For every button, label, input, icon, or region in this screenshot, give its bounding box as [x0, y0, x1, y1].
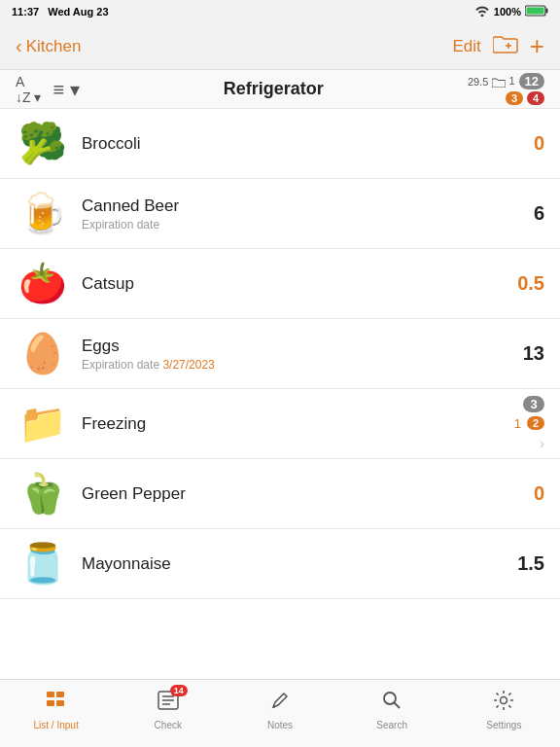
tab-search-label: Search: [376, 720, 407, 730]
item-list: 🥦 Broccoli 0 🍺 Canned Beer Expiration da…: [0, 109, 560, 679]
list-item[interactable]: 📁 Freezing 3 1 2 ›: [0, 389, 560, 459]
svg-rect-8: [56, 700, 64, 706]
nav-bar: ‹ Kitchen Edit +: [0, 23, 560, 70]
main-count-badge: 12: [519, 73, 544, 89]
status-bar: 11:37 Wed Aug 23 100%: [0, 0, 560, 23]
sort-az-icon[interactable]: A↓Z ▾: [16, 74, 41, 105]
red-badge: 4: [527, 91, 544, 105]
list-item-inner: 🫑 Green Pepper 0: [16, 471, 544, 516]
tab-settings-label: Settings: [486, 720, 521, 730]
edit-button[interactable]: Edit: [453, 37, 481, 56]
svg-point-14: [384, 693, 396, 704]
item-right: 0: [515, 482, 544, 505]
item-right: 3 1 2 ›: [514, 396, 544, 452]
item-right: 0: [515, 132, 544, 155]
folder-count-badge: 3: [523, 396, 544, 412]
item-name: Catsup: [82, 274, 515, 294]
svg-rect-7: [47, 700, 54, 706]
list-item[interactable]: 🫑 Green Pepper 0: [0, 459, 560, 529]
list-item-inner: 🍺 Canned Beer Expiration date 6: [16, 191, 544, 236]
tab-list-input-label: List / Input: [34, 720, 79, 730]
wifi-icon: [474, 5, 490, 18]
count-29: 29.5: [468, 76, 488, 88]
back-label: Kitchen: [26, 37, 82, 56]
item-content: Eggs Expiration date 3/27/2023: [70, 337, 515, 372]
list-item[interactable]: 🥦 Broccoli 0: [0, 109, 560, 179]
svg-rect-5: [47, 692, 54, 697]
item-content: Catsup: [70, 274, 515, 294]
page-title: Refrigerator: [80, 79, 468, 99]
item-name: Green Pepper: [82, 484, 515, 504]
svg-line-15: [395, 702, 401, 708]
sort-list-icon[interactable]: ≡ ▾: [52, 78, 79, 101]
item-right: 0.5: [515, 272, 544, 295]
notes-icon: [269, 690, 291, 717]
item-count: 0: [515, 482, 544, 505]
list-item-inner: 🥦 Broccoli 0: [16, 121, 544, 166]
tab-check-label: Check: [155, 720, 182, 730]
add-item-button[interactable]: +: [530, 31, 544, 61]
tab-notes[interactable]: Notes: [241, 690, 319, 730]
item-name: Eggs: [82, 337, 515, 356]
svg-rect-2: [527, 8, 544, 15]
list-item[interactable]: 🍅 Catsup 0.5: [0, 249, 560, 319]
item-count: 13: [515, 342, 544, 365]
tab-check[interactable]: 14 Check: [129, 690, 207, 730]
chevron-right-icon: ›: [540, 435, 544, 452]
item-count: 0: [515, 132, 544, 155]
folder-count-icon: 1: [492, 75, 514, 88]
list-item[interactable]: 🍺 Canned Beer Expiration date 6: [0, 179, 560, 249]
settings-icon: [493, 690, 514, 717]
item-name: Freezing: [82, 414, 514, 434]
count-area: 29.5 1 12 3 4: [468, 73, 544, 105]
list-item-inner: 🍅 Catsup 0.5: [16, 261, 544, 306]
folder-badges: 3 1 2: [514, 396, 544, 431]
item-emoji: 🥚: [16, 331, 70, 376]
list-item-inner: 📁 Freezing 3 1 2 ›: [16, 396, 544, 452]
search-icon: [381, 690, 402, 717]
tab-list-input[interactable]: List / Input: [18, 690, 95, 730]
item-emoji: 🫑: [16, 471, 70, 516]
item-right: 6: [515, 202, 544, 225]
item-sub: Expiration date: [82, 218, 515, 231]
back-button[interactable]: ‹ Kitchen: [16, 35, 81, 57]
tab-settings[interactable]: Settings: [465, 690, 542, 730]
item-content: Mayonnaise: [70, 554, 515, 574]
item-count: 6: [515, 202, 544, 225]
item-right: 13: [515, 342, 544, 365]
battery-label: 100%: [494, 6, 521, 18]
item-emoji: 🥦: [16, 121, 70, 166]
chevron-left-icon: ‹: [16, 35, 22, 57]
check-icon: 14: [157, 690, 180, 717]
svg-point-16: [501, 696, 508, 703]
item-count: 1.5: [515, 552, 544, 575]
check-badge: 14: [170, 685, 188, 696]
tab-search[interactable]: Search: [353, 690, 431, 730]
tab-bar: List / Input 14 Check Notes: [0, 679, 560, 747]
item-content: Green Pepper: [70, 484, 515, 504]
item-count: 0.5: [515, 272, 544, 295]
item-content: Broccoli: [70, 134, 515, 154]
item-emoji: 🍺: [16, 191, 70, 236]
status-time: 11:37 Wed Aug 23: [12, 6, 109, 18]
tab-notes-label: Notes: [267, 720, 293, 730]
list-item[interactable]: 🫙 Mayonnaise 1.5: [0, 529, 560, 599]
list-item[interactable]: 🥚 Eggs Expiration date 3/27/2023 13: [0, 319, 560, 389]
add-folder-button[interactable]: [493, 33, 518, 60]
list-item-inner: 🫙 Mayonnaise 1.5: [16, 541, 544, 587]
item-emoji: 🫙: [16, 541, 70, 587]
item-right: 1.5: [515, 552, 544, 575]
status-right: 100%: [474, 5, 548, 18]
folder-orange-badge: 2: [527, 416, 544, 430]
sort-controls[interactable]: A↓Z ▾ ≡ ▾: [16, 74, 80, 105]
svg-rect-6: [56, 692, 64, 697]
item-content: Freezing: [70, 414, 514, 434]
item-name: Mayonnaise: [82, 554, 515, 574]
item-name: Broccoli: [82, 134, 515, 154]
item-emoji: 🍅: [16, 261, 70, 306]
item-sub: Expiration date 3/27/2023: [82, 358, 515, 372]
list-input-icon: [45, 690, 68, 717]
item-content: Canned Beer Expiration date: [70, 196, 515, 231]
list-item-inner: 🥚 Eggs Expiration date 3/27/2023 13: [16, 331, 544, 376]
item-emoji: 📁: [16, 401, 70, 446]
